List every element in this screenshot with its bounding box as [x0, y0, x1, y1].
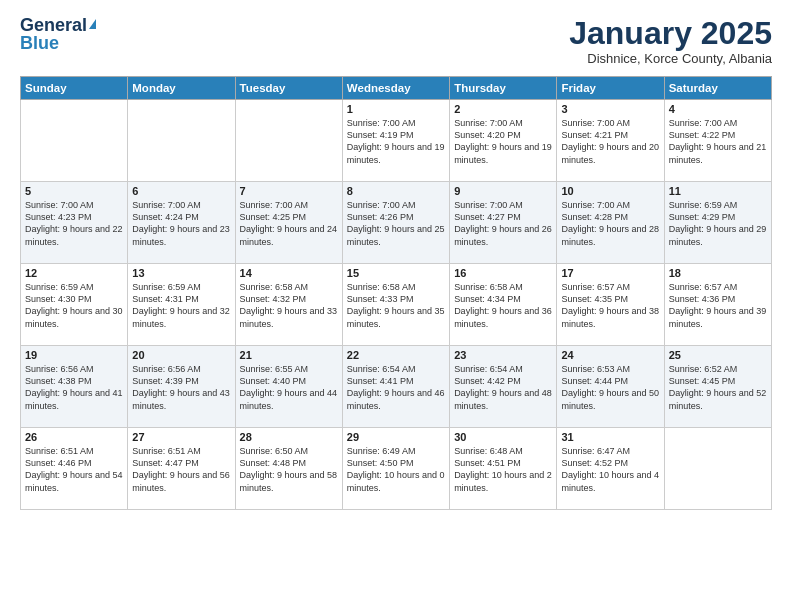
day-info: Sunrise: 6:57 AMSunset: 4:35 PMDaylight:…	[561, 281, 659, 330]
day-info: Sunrise: 6:53 AMSunset: 4:44 PMDaylight:…	[561, 363, 659, 412]
calendar-cell: 19Sunrise: 6:56 AMSunset: 4:38 PMDayligh…	[21, 346, 128, 428]
calendar-cell: 22Sunrise: 6:54 AMSunset: 4:41 PMDayligh…	[342, 346, 449, 428]
calendar-cell: 11Sunrise: 6:59 AMSunset: 4:29 PMDayligh…	[664, 182, 771, 264]
calendar-cell: 18Sunrise: 6:57 AMSunset: 4:36 PMDayligh…	[664, 264, 771, 346]
calendar-cell: 1Sunrise: 7:00 AMSunset: 4:19 PMDaylight…	[342, 100, 449, 182]
calendar-week-row: 1Sunrise: 7:00 AMSunset: 4:19 PMDaylight…	[21, 100, 772, 182]
day-number: 23	[454, 349, 552, 361]
day-number: 21	[240, 349, 338, 361]
calendar-cell	[664, 428, 771, 510]
day-info: Sunrise: 6:57 AMSunset: 4:36 PMDaylight:…	[669, 281, 767, 330]
weekday-header-tuesday: Tuesday	[235, 77, 342, 100]
logo: General Blue	[20, 16, 96, 52]
day-number: 6	[132, 185, 230, 197]
day-info: Sunrise: 7:00 AMSunset: 4:28 PMDaylight:…	[561, 199, 659, 248]
day-number: 2	[454, 103, 552, 115]
calendar-cell: 15Sunrise: 6:58 AMSunset: 4:33 PMDayligh…	[342, 264, 449, 346]
day-number: 11	[669, 185, 767, 197]
day-number: 1	[347, 103, 445, 115]
calendar-cell: 21Sunrise: 6:55 AMSunset: 4:40 PMDayligh…	[235, 346, 342, 428]
day-info: Sunrise: 7:00 AMSunset: 4:23 PMDaylight:…	[25, 199, 123, 248]
day-info: Sunrise: 6:59 AMSunset: 4:29 PMDaylight:…	[669, 199, 767, 248]
day-number: 22	[347, 349, 445, 361]
calendar-cell	[128, 100, 235, 182]
calendar-cell	[21, 100, 128, 182]
day-info: Sunrise: 6:58 AMSunset: 4:34 PMDaylight:…	[454, 281, 552, 330]
day-number: 31	[561, 431, 659, 443]
day-number: 24	[561, 349, 659, 361]
day-info: Sunrise: 7:00 AMSunset: 4:21 PMDaylight:…	[561, 117, 659, 166]
day-number: 10	[561, 185, 659, 197]
calendar-week-row: 19Sunrise: 6:56 AMSunset: 4:38 PMDayligh…	[21, 346, 772, 428]
day-info: Sunrise: 6:56 AMSunset: 4:39 PMDaylight:…	[132, 363, 230, 412]
day-info: Sunrise: 6:59 AMSunset: 4:30 PMDaylight:…	[25, 281, 123, 330]
month-title: January 2025	[569, 16, 772, 51]
calendar-cell: 27Sunrise: 6:51 AMSunset: 4:47 PMDayligh…	[128, 428, 235, 510]
day-number: 18	[669, 267, 767, 279]
calendar-cell: 28Sunrise: 6:50 AMSunset: 4:48 PMDayligh…	[235, 428, 342, 510]
day-number: 28	[240, 431, 338, 443]
day-info: Sunrise: 7:00 AMSunset: 4:19 PMDaylight:…	[347, 117, 445, 166]
logo-general: General	[20, 16, 87, 34]
day-info: Sunrise: 6:47 AMSunset: 4:52 PMDaylight:…	[561, 445, 659, 494]
day-info: Sunrise: 6:56 AMSunset: 4:38 PMDaylight:…	[25, 363, 123, 412]
calendar-table: SundayMondayTuesdayWednesdayThursdayFrid…	[20, 76, 772, 510]
day-info: Sunrise: 7:00 AMSunset: 4:25 PMDaylight:…	[240, 199, 338, 248]
calendar-week-row: 12Sunrise: 6:59 AMSunset: 4:30 PMDayligh…	[21, 264, 772, 346]
day-info: Sunrise: 6:52 AMSunset: 4:45 PMDaylight:…	[669, 363, 767, 412]
calendar-cell: 16Sunrise: 6:58 AMSunset: 4:34 PMDayligh…	[450, 264, 557, 346]
calendar-week-row: 26Sunrise: 6:51 AMSunset: 4:46 PMDayligh…	[21, 428, 772, 510]
weekday-header-saturday: Saturday	[664, 77, 771, 100]
day-number: 14	[240, 267, 338, 279]
calendar-cell: 10Sunrise: 7:00 AMSunset: 4:28 PMDayligh…	[557, 182, 664, 264]
weekday-header-row: SundayMondayTuesdayWednesdayThursdayFrid…	[21, 77, 772, 100]
header: General Blue January 2025 Dishnice, Korc…	[20, 16, 772, 66]
day-number: 19	[25, 349, 123, 361]
day-number: 29	[347, 431, 445, 443]
calendar-cell: 30Sunrise: 6:48 AMSunset: 4:51 PMDayligh…	[450, 428, 557, 510]
location-subtitle: Dishnice, Korce County, Albania	[569, 51, 772, 66]
calendar-week-row: 5Sunrise: 7:00 AMSunset: 4:23 PMDaylight…	[21, 182, 772, 264]
day-number: 27	[132, 431, 230, 443]
day-number: 17	[561, 267, 659, 279]
calendar-cell: 31Sunrise: 6:47 AMSunset: 4:52 PMDayligh…	[557, 428, 664, 510]
calendar-cell: 14Sunrise: 6:58 AMSunset: 4:32 PMDayligh…	[235, 264, 342, 346]
day-number: 3	[561, 103, 659, 115]
page: General Blue January 2025 Dishnice, Korc…	[0, 0, 792, 612]
day-info: Sunrise: 6:51 AMSunset: 4:47 PMDaylight:…	[132, 445, 230, 494]
calendar-cell: 24Sunrise: 6:53 AMSunset: 4:44 PMDayligh…	[557, 346, 664, 428]
day-number: 25	[669, 349, 767, 361]
weekday-header-friday: Friday	[557, 77, 664, 100]
calendar-cell: 29Sunrise: 6:49 AMSunset: 4:50 PMDayligh…	[342, 428, 449, 510]
day-info: Sunrise: 7:00 AMSunset: 4:26 PMDaylight:…	[347, 199, 445, 248]
calendar-cell: 26Sunrise: 6:51 AMSunset: 4:46 PMDayligh…	[21, 428, 128, 510]
weekday-header-sunday: Sunday	[21, 77, 128, 100]
calendar-cell: 7Sunrise: 7:00 AMSunset: 4:25 PMDaylight…	[235, 182, 342, 264]
calendar-cell: 3Sunrise: 7:00 AMSunset: 4:21 PMDaylight…	[557, 100, 664, 182]
day-info: Sunrise: 6:58 AMSunset: 4:33 PMDaylight:…	[347, 281, 445, 330]
day-number: 15	[347, 267, 445, 279]
day-number: 8	[347, 185, 445, 197]
day-number: 13	[132, 267, 230, 279]
calendar-cell: 13Sunrise: 6:59 AMSunset: 4:31 PMDayligh…	[128, 264, 235, 346]
calendar-cell: 4Sunrise: 7:00 AMSunset: 4:22 PMDaylight…	[664, 100, 771, 182]
weekday-header-monday: Monday	[128, 77, 235, 100]
day-info: Sunrise: 6:55 AMSunset: 4:40 PMDaylight:…	[240, 363, 338, 412]
calendar-cell: 23Sunrise: 6:54 AMSunset: 4:42 PMDayligh…	[450, 346, 557, 428]
logo-triangle-icon	[89, 19, 96, 29]
calendar-cell	[235, 100, 342, 182]
day-number: 7	[240, 185, 338, 197]
calendar-cell: 5Sunrise: 7:00 AMSunset: 4:23 PMDaylight…	[21, 182, 128, 264]
calendar-cell: 6Sunrise: 7:00 AMSunset: 4:24 PMDaylight…	[128, 182, 235, 264]
weekday-header-thursday: Thursday	[450, 77, 557, 100]
day-info: Sunrise: 7:00 AMSunset: 4:24 PMDaylight:…	[132, 199, 230, 248]
day-info: Sunrise: 6:48 AMSunset: 4:51 PMDaylight:…	[454, 445, 552, 494]
day-info: Sunrise: 7:00 AMSunset: 4:27 PMDaylight:…	[454, 199, 552, 248]
day-number: 12	[25, 267, 123, 279]
day-info: Sunrise: 6:58 AMSunset: 4:32 PMDaylight:…	[240, 281, 338, 330]
day-info: Sunrise: 7:00 AMSunset: 4:22 PMDaylight:…	[669, 117, 767, 166]
calendar-cell: 8Sunrise: 7:00 AMSunset: 4:26 PMDaylight…	[342, 182, 449, 264]
day-number: 20	[132, 349, 230, 361]
day-number: 16	[454, 267, 552, 279]
calendar-cell: 12Sunrise: 6:59 AMSunset: 4:30 PMDayligh…	[21, 264, 128, 346]
